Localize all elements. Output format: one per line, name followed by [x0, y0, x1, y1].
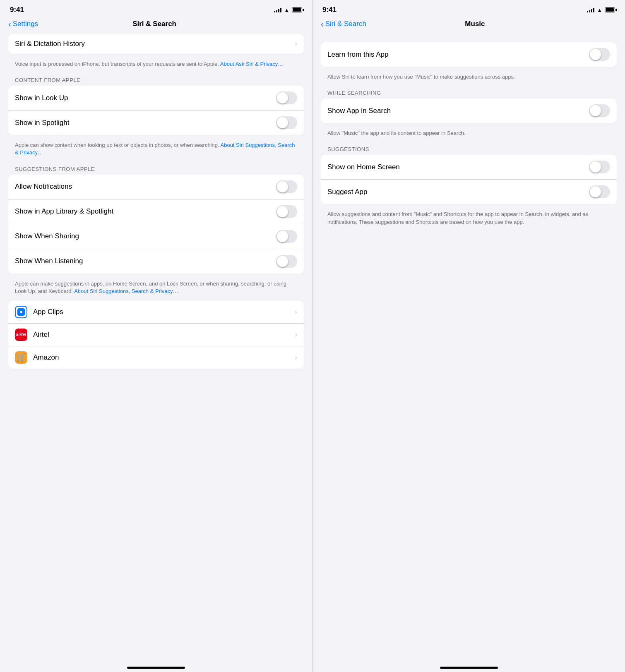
show-in-spotlight-label: Show in Spotlight: [15, 119, 69, 127]
suggestions-from-apple-link[interactable]: About Siri Suggestions, Search & Privacy…: [74, 288, 178, 294]
show-in-look-up-toggle[interactable]: [276, 91, 297, 104]
suggestions-from-apple-description: Apple can make suggestions in apps, on H…: [8, 277, 304, 301]
siri-dictation-description: Voice input is processed on iPhone, but …: [8, 57, 304, 74]
time-left: 9:41: [10, 6, 24, 14]
siri-dictation-card: Siri & Dictation History ›: [8, 34, 304, 54]
show-when-sharing-row[interactable]: Show When Sharing: [8, 224, 304, 249]
content-from-apple-description: Apple can show content when looking up t…: [8, 138, 304, 162]
amazon-chevron: ›: [295, 353, 297, 362]
while-searching-description: Allow "Music" the app and its content to…: [321, 126, 617, 143]
nav-header-right: ‹ Siri & Search Music: [312, 17, 625, 34]
status-icons-left: ▲: [274, 7, 302, 13]
learn-description: Allow Siri to learn from how you use "Mu…: [321, 70, 617, 86]
show-in-look-up-label: Show in Look Up: [15, 94, 68, 102]
suggestions-card: Show on Home Screen Suggest App: [321, 155, 617, 204]
home-indicator-right: [440, 667, 498, 669]
siri-dictation-chevron: ›: [295, 40, 297, 48]
show-in-spotlight-row[interactable]: Show in Spotlight: [8, 110, 304, 135]
page-title-right: Music: [366, 20, 584, 28]
show-app-library-toggle[interactable]: [276, 205, 297, 218]
amazon-row[interactable]: 🛒 Amazon ›: [8, 346, 304, 369]
back-arrow-right: ‹: [321, 20, 324, 28]
show-app-in-search-toggle[interactable]: [589, 104, 610, 117]
page-title-left: Siri & Search: [38, 20, 271, 28]
app-clips-row[interactable]: App Clips ›: [8, 301, 304, 324]
right-panel: 9:41 ▲ ‹ Siri & Search Music: [312, 0, 625, 672]
show-home-screen-label: Show on Home Screen: [327, 163, 400, 171]
allow-notifications-label: Allow Notifications: [15, 182, 72, 191]
allow-notifications-toggle[interactable]: [276, 180, 297, 193]
content-from-apple-card: Show in Look Up Show in Spotlight: [8, 86, 304, 135]
show-app-in-search-label: Show App in Search: [327, 107, 391, 115]
airtel-chevron: ›: [295, 331, 297, 339]
left-content: Siri & Dictation History › Voice input i…: [0, 34, 312, 662]
suggest-app-toggle[interactable]: [589, 185, 610, 198]
status-bar-right: 9:41 ▲: [312, 0, 625, 17]
left-panel: 9:41 ▲ ‹ Settings Siri & Search Sir: [0, 0, 312, 672]
show-in-look-up-row[interactable]: Show in Look Up: [8, 86, 304, 110]
apps-card: App Clips › airtel Airtel › 🛒 Amazon ›: [8, 301, 304, 369]
wifi-icon: ▲: [284, 7, 289, 13]
amazon-label: Amazon: [33, 353, 295, 362]
right-content: Learn from this App Allow Siri to learn …: [312, 34, 625, 662]
learn-label: Learn from this App: [327, 50, 388, 59]
content-from-apple-section-label: CONTENT FROM APPLE: [8, 74, 304, 86]
siri-dictation-label: Siri & Dictation History: [15, 40, 85, 48]
show-when-listening-label: Show When Listening: [15, 257, 83, 265]
battery-icon: [292, 7, 302, 12]
signal-icon: [274, 7, 281, 12]
status-bar-left: 9:41 ▲: [0, 0, 312, 17]
home-indicator-left: [127, 667, 185, 669]
app-clips-icon: [15, 306, 27, 318]
show-in-spotlight-toggle[interactable]: [276, 116, 297, 129]
show-when-sharing-toggle[interactable]: [276, 230, 297, 243]
show-when-listening-toggle[interactable]: [276, 255, 297, 268]
status-icons-right: ▲: [587, 7, 615, 13]
suggestions-section-label: SUGGESTIONS: [321, 143, 617, 155]
show-app-library-row[interactable]: Show in App Library & Spotlight: [8, 199, 304, 224]
show-app-library-label: Show in App Library & Spotlight: [15, 207, 113, 216]
back-button-left[interactable]: ‹ Settings: [8, 20, 38, 28]
time-right: 9:41: [322, 6, 337, 14]
battery-icon-right: [605, 7, 615, 12]
wifi-icon-right: ▲: [597, 7, 602, 13]
siri-dictation-row[interactable]: Siri & Dictation History ›: [8, 34, 304, 54]
learn-row[interactable]: Learn from this App: [321, 42, 617, 67]
back-label-left: Settings: [13, 20, 38, 28]
learn-card: Learn from this App: [321, 42, 617, 67]
airtel-icon: airtel: [15, 329, 27, 341]
nav-header-left: ‹ Settings Siri & Search: [0, 17, 312, 34]
back-button-right[interactable]: ‹ Siri & Search: [321, 20, 366, 28]
suggest-app-label: Suggest App: [327, 188, 367, 196]
app-clips-label: App Clips: [33, 308, 295, 316]
signal-icon-right: [587, 7, 594, 12]
allow-notifications-row[interactable]: Allow Notifications: [8, 175, 304, 199]
airtel-label: Airtel: [33, 331, 295, 339]
suggest-app-row[interactable]: Suggest App: [321, 180, 617, 204]
airtel-row[interactable]: airtel Airtel ›: [8, 324, 304, 346]
suggestions-description: Allow suggestions and content from "Musi…: [321, 207, 617, 231]
amazon-icon: 🛒: [15, 351, 27, 364]
app-clips-chevron: ›: [295, 308, 297, 316]
show-when-sharing-label: Show When Sharing: [15, 232, 79, 240]
suggestions-from-apple-section-label: SUGGESTIONS FROM APPLE: [8, 163, 304, 175]
suggestions-from-apple-card: Allow Notifications Show in App Library …: [8, 175, 304, 274]
siri-dictation-link[interactable]: About Ask Siri & Privacy…: [220, 61, 283, 67]
show-app-in-search-row[interactable]: Show App in Search: [321, 98, 617, 123]
show-home-screen-row[interactable]: Show on Home Screen: [321, 155, 617, 180]
show-home-screen-toggle[interactable]: [589, 161, 610, 173]
while-searching-card: Show App in Search: [321, 98, 617, 123]
back-arrow-left: ‹: [8, 20, 11, 28]
show-when-listening-row[interactable]: Show When Listening: [8, 249, 304, 274]
learn-toggle[interactable]: [589, 48, 610, 61]
back-label-right: Siri & Search: [325, 20, 366, 28]
while-searching-section-label: WHILE SEARCHING: [321, 86, 617, 98]
